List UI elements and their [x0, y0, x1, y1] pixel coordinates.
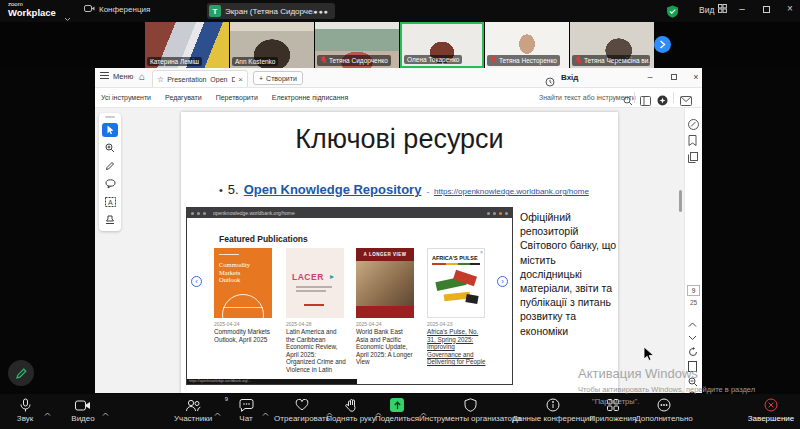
repository-url-link[interactable]: https://openknowledge.worldbank.org/home [434, 187, 589, 196]
tab-esign[interactable]: Електронне підписання [272, 88, 348, 107]
browser-chrome-bar: openknowledge.worldbank.org/home [187, 208, 512, 218]
participant-name: Тетяна Несторенко [487, 55, 560, 66]
forward-icon [197, 212, 200, 215]
acrobat-menu-button[interactable]: Меню [100, 72, 133, 81]
repository-screenshot: openknowledge.worldbank.org/home Feature… [186, 207, 513, 385]
back-icon [191, 212, 194, 215]
participant-tile[interactable]: Тетяна Черемісіна ви... [570, 22, 654, 68]
publication-caption: Latin America and the Caribbean Economic… [286, 328, 346, 374]
more-button[interactable]: Дополнительно [632, 397, 696, 423]
menu-label: Меню [113, 72, 133, 81]
publication-caption: Commodity Markets Outlook, April 2025 [214, 328, 274, 343]
zoom-in-button[interactable] [688, 387, 698, 393]
share-pill-more-button[interactable]: ●●● [313, 3, 329, 19]
bullet-number: 5. [228, 182, 239, 197]
window-maximize-button[interactable] [758, 3, 774, 15]
participant-strip: Катерина Леміш Ann Kostenko Тетяна Сидор… [0, 22, 800, 68]
tab-all-tools[interactable]: Усі інструменти [101, 88, 151, 107]
chat-options-chevron[interactable] [262, 403, 269, 421]
zoom-tool-button[interactable] [102, 141, 118, 155]
page-total-label: 25 [687, 299, 700, 306]
window-minimize-button[interactable]: – [734, 3, 750, 14]
pdf-page: Ключові ресурси • 5. Open Knowledge Repo… [181, 112, 618, 393]
meeting-icon [84, 4, 95, 15]
view-button-label: Вид [699, 5, 714, 15]
view-button[interactable]: Вид [699, 4, 727, 15]
star-icon[interactable]: ☆ [157, 75, 164, 84]
tab-meeting[interactable]: Конференция [84, 4, 150, 15]
video-button[interactable]: Видео [60, 397, 106, 423]
tab-close-icon[interactable]: × [238, 75, 243, 84]
search-label[interactable]: Знайти текст або інструменти [539, 94, 636, 101]
document-tab[interactable]: ☆ Presentation_Open_D... × [152, 70, 248, 87]
carousel-previous-button[interactable]: ‹ [191, 276, 202, 287]
participant-tile[interactable]: Тетяна Несторенко [485, 22, 569, 68]
vertical-scrollbar[interactable] [679, 190, 682, 212]
carousel-next-button[interactable]: › [497, 276, 508, 287]
slide-title: Ключові ресурси [181, 124, 618, 155]
publication-caption-link: Africa's Pulse, No. 31, Spring 2025: Imp… [427, 328, 487, 366]
right-tool-rail: 9 25 [684, 108, 702, 393]
mute-button[interactable]: Звук [5, 397, 45, 423]
svg-text:A: A [108, 199, 113, 206]
participant-tile[interactable]: Ann Kostenko [230, 22, 314, 68]
globe-graphic [222, 294, 264, 318]
publication-caption: World Bank East Asia and Pacific Economi… [356, 328, 416, 366]
tab-edit[interactable]: Редагувати [165, 88, 202, 107]
publication-cover: Commodity Markets Outlook [214, 248, 272, 318]
pages-icon[interactable] [688, 149, 698, 167]
annotate-button[interactable] [8, 360, 34, 386]
participants-options-chevron[interactable] [214, 403, 221, 421]
bookmark-icon[interactable] [688, 132, 697, 150]
audio-options-chevron[interactable] [44, 403, 51, 421]
acrobat-maximize-button[interactable] [667, 72, 681, 82]
sign-in-button[interactable]: Вхід [561, 73, 578, 82]
stamp-icon [105, 215, 115, 225]
end-meeting-button[interactable]: Завершение [745, 397, 797, 423]
share-screen-icon [390, 398, 404, 412]
participant-name: Катерина Леміш [147, 57, 202, 66]
ad-close-icon: × [480, 249, 483, 255]
bullet-marker: • [219, 184, 223, 196]
sharer-avatar: T [209, 5, 221, 17]
text-box-icon: A [105, 197, 116, 207]
security-shield-icon[interactable] [666, 4, 679, 22]
participants-button[interactable]: 9 Участники [165, 397, 221, 423]
comment-icon [105, 179, 116, 189]
acrobat-minimize-button[interactable]: – [643, 72, 657, 82]
next-participants-button[interactable] [654, 36, 671, 53]
acrobat-tools-bar: Усі інструменти Редагувати Перетворити Е… [95, 88, 702, 108]
page-number-input[interactable]: 9 [687, 285, 700, 296]
pen-tool-button[interactable] [102, 159, 118, 173]
cover-title: A LONGER VIEW [356, 248, 414, 261]
mic-icon [5, 397, 45, 413]
profile-icon [499, 212, 502, 215]
create-button[interactable]: + Створити [253, 71, 303, 85]
pencil-icon [15, 367, 28, 380]
publication-cover: × AFRICA'S PULSE [427, 248, 485, 318]
cover-title: LACER [292, 272, 324, 282]
view-grid-icon [718, 4, 727, 15]
participant-tile-active-speaker[interactable]: Олена Токаренко [400, 22, 484, 68]
featured-publications-heading: Featured Publications [219, 234, 308, 244]
home-button[interactable]: ⌂ [139, 71, 145, 82]
participant-tile[interactable]: Тетяна Сидорченко [315, 22, 399, 68]
participant-name: Тетяна Сидорченко [317, 55, 391, 66]
participant-tile[interactable]: Катерина Леміш [145, 22, 229, 68]
publication-date: 2025-04-23 [427, 321, 453, 327]
stamp-tool-button[interactable] [102, 213, 118, 227]
select-tool-button[interactable] [102, 123, 118, 137]
slide-description: Офіційний репозиторій Світового банку, щ… [520, 210, 617, 338]
pen-icon [105, 161, 115, 171]
video-options-chevron[interactable] [102, 403, 109, 421]
document-area: A Ключові ресурси • 5. Open Knowledge Re… [95, 108, 702, 393]
acrobat-close-button[interactable]: × [689, 72, 703, 82]
repository-link[interactable]: Open Knowledge Repository [244, 182, 422, 197]
tab-convert[interactable]: Перетворити [216, 88, 258, 107]
chat-button[interactable]: Чат [228, 397, 264, 423]
window-close-button[interactable]: × [782, 3, 798, 14]
panel-drag-handle[interactable] [105, 116, 115, 118]
comment-tool-button[interactable] [102, 177, 118, 191]
slide-bullet: • 5. Open Knowledge Repository - https:/… [219, 182, 589, 197]
text-box-tool-button[interactable]: A [102, 195, 118, 209]
